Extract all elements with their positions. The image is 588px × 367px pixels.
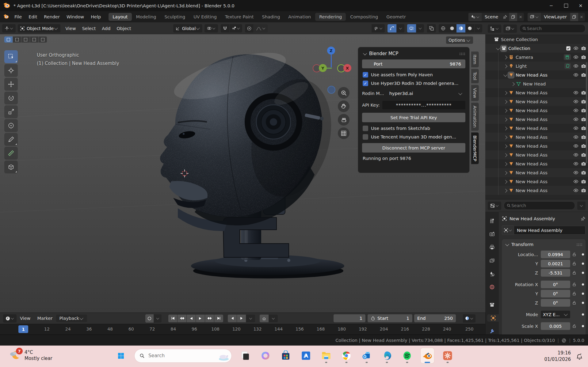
render-camera-icon[interactable] xyxy=(581,108,586,113)
frame-start-field[interactable]: Start1 xyxy=(368,314,412,322)
outliner-row[interactable]: New Head Ass xyxy=(485,97,588,106)
object-name-field[interactable]: New Head Assembly xyxy=(514,226,586,235)
properties-tab-tool[interactable] xyxy=(487,217,498,224)
lock-open-icon[interactable] xyxy=(570,271,578,275)
render-camera-icon[interactable] xyxy=(581,170,586,175)
transform-value-field[interactable]: -5.531 xyxy=(541,269,570,277)
transform-value-field[interactable]: 0° xyxy=(541,290,570,297)
prev-keyframe-button[interactable] xyxy=(178,315,186,322)
unlink-scene-button[interactable]: ✕ xyxy=(517,15,524,19)
outliner-display-mode-dropdown[interactable] xyxy=(488,25,501,33)
taskbar-search-input[interactable] xyxy=(148,353,218,359)
transform-value-field[interactable]: 0.0994 xyxy=(541,251,570,258)
timeline-ruler[interactable]: 1 12243648607284961081201321441561681801… xyxy=(0,324,485,335)
drag-dots-icon[interactable] xyxy=(459,52,465,55)
select-mode-extend[interactable] xyxy=(13,36,21,43)
frame-forward-button[interactable] xyxy=(237,315,246,322)
render-camera-icon[interactable] xyxy=(581,126,586,131)
orthographic-toggle-button[interactable] xyxy=(338,127,349,139)
frame-end-field[interactable]: End250 xyxy=(414,314,456,322)
workspace-tab-uv-editing[interactable]: UV Editing xyxy=(189,13,221,21)
hide-eye-icon[interactable] xyxy=(573,170,578,175)
transform-panel-header[interactable]: Transform xyxy=(505,242,582,247)
expand-right-icon[interactable] xyxy=(503,99,508,104)
render-camera-icon[interactable] xyxy=(581,72,586,78)
properties-tab-output[interactable] xyxy=(487,244,498,251)
viewport-menu-add[interactable]: Add xyxy=(99,25,113,32)
outliner-row[interactable]: New Head Ass xyxy=(485,133,588,142)
hide-eye-icon[interactable] xyxy=(573,99,578,104)
minimize-button[interactable]: ─ xyxy=(544,0,559,11)
outliner-row[interactable]: New Head xyxy=(485,79,588,88)
gizmo-axis-x[interactable]: X xyxy=(343,64,351,72)
outliner-row[interactable]: New Head Ass xyxy=(485,115,588,124)
shading-wireframe[interactable] xyxy=(439,24,448,32)
workspace-tab-sculpting[interactable]: Sculpting xyxy=(160,13,189,21)
properties-search-input[interactable] xyxy=(511,203,572,208)
file-explorer-icon[interactable] xyxy=(319,348,333,363)
editor-type-dropdown[interactable] xyxy=(2,24,16,32)
menu-render[interactable]: Render xyxy=(40,13,63,21)
render-camera-icon[interactable] xyxy=(581,90,586,95)
mode-dropdown[interactable]: Object Mode xyxy=(18,24,60,32)
hide-eye-icon[interactable] xyxy=(573,152,578,157)
close-button[interactable]: ✕ xyxy=(573,0,588,11)
timeline-sync-dropdown[interactable] xyxy=(463,314,475,323)
jump-to-start-button[interactable] xyxy=(168,315,177,322)
spotify-icon[interactable] xyxy=(400,348,414,363)
properties-tab-render[interactable] xyxy=(487,230,498,237)
hyper3d-checkbox[interactable]: ✓ Use Hyper3D Rodin 3D model genera... xyxy=(363,81,465,86)
outliner-search[interactable] xyxy=(519,24,586,33)
hide-eye-icon[interactable] xyxy=(573,188,578,193)
taskbar-search[interactable] xyxy=(134,349,232,363)
properties-editor-dropdown[interactable] xyxy=(488,202,501,210)
new-viewlayer-button[interactable] xyxy=(570,13,578,21)
properties-tab-world[interactable] xyxy=(487,284,498,291)
lock-open-icon[interactable] xyxy=(570,324,578,328)
outliner-filter-dropdown[interactable] xyxy=(503,25,517,33)
ia-app-icon[interactable] xyxy=(299,348,313,363)
outliner-row[interactable]: Camera xyxy=(485,53,588,62)
outliner-row[interactable]: New Head Ass xyxy=(485,124,588,133)
animate-dot[interactable] xyxy=(582,325,584,327)
shading-material[interactable] xyxy=(456,24,465,32)
keying-dropdown[interactable] xyxy=(269,315,278,322)
sidebar-tab-tool[interactable]: Tool xyxy=(471,69,479,83)
object-id-dropdown[interactable] xyxy=(502,225,514,235)
visibility-dropdown[interactable] xyxy=(372,24,385,32)
notification-bell-icon[interactable]: z xyxy=(576,353,583,361)
xray-toggle[interactable] xyxy=(427,24,436,32)
tool-rotate[interactable] xyxy=(4,92,18,104)
play-button[interactable] xyxy=(196,315,205,322)
lock-open-icon[interactable] xyxy=(570,291,578,296)
proportional-edit-toggle[interactable] xyxy=(245,24,254,32)
auto-keyframe-toggle[interactable] xyxy=(145,314,154,323)
render-camera-icon[interactable] xyxy=(581,152,586,157)
set-free-trial-api-key-button[interactable]: Set Free Trial API Key xyxy=(362,113,465,122)
camera-view-button[interactable] xyxy=(338,114,349,126)
snap-settings-dropdown[interactable] xyxy=(230,24,242,32)
render-camera-icon[interactable] xyxy=(581,46,586,51)
expand-down-icon[interactable] xyxy=(503,73,508,78)
hide-eye-icon[interactable] xyxy=(573,179,578,184)
shading-rendered[interactable] xyxy=(465,24,474,32)
render-camera-icon[interactable] xyxy=(581,179,586,184)
port-field[interactable]: Port 9876 xyxy=(362,59,465,68)
gizmo-axis-z[interactable]: Z xyxy=(327,47,335,55)
timeline-menu-view[interactable]: View xyxy=(17,315,34,322)
checkbox-icon[interactable] xyxy=(566,46,571,51)
rotation-mode-dropdown[interactable]: XYZ E... xyxy=(541,311,570,318)
animate-dot[interactable] xyxy=(582,283,584,286)
menu-window[interactable]: Window xyxy=(63,13,87,21)
lock-open-icon[interactable] xyxy=(570,252,578,257)
outliner-row[interactable]: New Head Ass xyxy=(485,159,588,168)
expand-right-icon[interactable] xyxy=(510,81,515,86)
select-mode-intersect[interactable] xyxy=(39,36,47,43)
outliner-row[interactable]: Collection xyxy=(485,44,588,53)
frame-back-button[interactable] xyxy=(228,315,237,322)
microsoft-store-icon[interactable] xyxy=(279,348,292,363)
pin-icon[interactable] xyxy=(581,216,586,221)
keying-set-button[interactable] xyxy=(260,315,269,322)
transform-orientation-dropdown[interactable]: Global xyxy=(173,24,203,32)
outliner-row[interactable]: New Head Ass xyxy=(485,186,588,195)
